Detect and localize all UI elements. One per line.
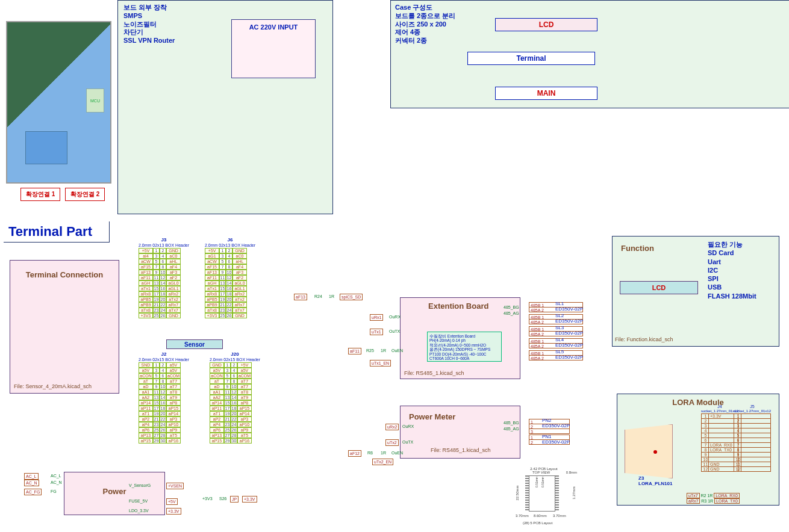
header-j20: J202.0mm 02x15 BOX HeaderGND12+5Va5V34a5… bbox=[210, 351, 260, 444]
header-j6: J62.0mm 02x13 BOX Header+5V12GNDaG134aC0… bbox=[205, 237, 255, 318]
sensor-label: Sensor bbox=[166, 339, 223, 349]
pw-t-5v: +5V bbox=[166, 498, 178, 505]
pm-pn-list: 123PN2ED350V-02P12PN1ED350V-02P bbox=[529, 419, 570, 451]
ext-1r-0: 1R bbox=[328, 294, 335, 299]
pm-ourx: OuRX bbox=[401, 424, 415, 429]
ext-spics: spiCS_SD bbox=[340, 294, 363, 300]
pm-utx2en: uTx2_EN bbox=[372, 459, 393, 465]
pw-free-jp: JP bbox=[230, 496, 239, 503]
ext-sig-af11: aF11 bbox=[348, 348, 361, 354]
extension-connect-2-button[interactable]: 확장연결 2 bbox=[65, 188, 105, 201]
lora-ref: Z3LORA_PLN101 bbox=[638, 475, 672, 486]
pw-out-ldo: LDO_3.3V bbox=[128, 508, 150, 513]
ext-sig-utx1en: uTx1_EN bbox=[370, 360, 391, 367]
pm-485b: 485_BG bbox=[502, 420, 520, 425]
pw-sig-acl: AC_L bbox=[49, 473, 63, 478]
terminal-connection-block[interactable]: Terminal Connection File: Sensor_4_20mA.… bbox=[10, 260, 119, 394]
pw-free-33v: +3.3V bbox=[242, 496, 257, 503]
pm-af12: aF12 bbox=[348, 450, 361, 457]
lora-header-j4: J4socket_1.27mm_01x121+3.3V234567LORA_RX… bbox=[701, 404, 738, 471]
pw-out-fuse: FUSE_5V bbox=[128, 498, 149, 504]
pm-outx: OuTX bbox=[401, 439, 414, 445]
lora-header-j5: J5socket_1.27mm_01x12123456789101112 bbox=[734, 404, 771, 471]
pw-in-acl: AC_L bbox=[24, 473, 39, 480]
ac-input-box: AC 220V INPUT bbox=[231, 19, 316, 78]
lora-bottom-wires: uTx7 R2 1R LORA_RX0aRx7 R3 1R LORA_TX0 bbox=[687, 493, 740, 504]
ext-sig-af13: aF13 bbox=[294, 294, 307, 300]
pm-utx2: uTx2 bbox=[385, 439, 399, 446]
case-main-block: MAIN bbox=[495, 87, 597, 100]
power-meter-block[interactable]: Power Meter File: RS485_1.kicad_sch bbox=[400, 406, 520, 459]
ext-r25: R25 bbox=[365, 348, 375, 353]
pcb-topview: 2.42 PCB Layout TOP VIEW 0.8mm 22.50mm 0… bbox=[511, 467, 577, 532]
case-terminal-block: Terminal bbox=[467, 52, 595, 65]
case-lcd-block: LCD bbox=[495, 18, 597, 31]
pcb-photo: MCU bbox=[6, 21, 111, 184]
pcb-sub-block bbox=[25, 131, 67, 164]
pw-in-acn: AC_N bbox=[24, 480, 39, 486]
ext-outx: OuTX bbox=[388, 329, 401, 334]
pw-in-fg: AC_FG bbox=[24, 489, 42, 495]
extension-connect-1-button[interactable]: 확장연결 1 bbox=[20, 188, 60, 201]
terminal-connection-title: Terminal Connection bbox=[10, 270, 119, 279]
ext-sig-utx1: uTx1 bbox=[370, 329, 383, 335]
pm-r8: R8 bbox=[366, 450, 374, 456]
pw-sig-fg: FG bbox=[49, 489, 58, 494]
pm-1r: 1R bbox=[379, 450, 387, 456]
function-lcd-block[interactable]: LCD bbox=[620, 281, 698, 294]
ext-1r-1: 1R bbox=[379, 348, 387, 353]
header-j2: J22.0mm 02x15 BOX HeaderSND12a5Va5V34a5V… bbox=[139, 351, 189, 444]
mcu-chip: MCU bbox=[86, 88, 104, 113]
extention-board-file: File: RS485_1.kicad_sch bbox=[404, 370, 464, 376]
pw-out-vsen: V_SensorG bbox=[128, 483, 152, 488]
ext-slot-list: 485B 1485A 2SL1ED350V-02P485B 1485A 2SL2… bbox=[529, 302, 583, 362]
board-mount-notes: 보드 외부 장착 SMPS 노이즈필터 차단기 SSL VPN Router bbox=[123, 4, 232, 45]
terminal-part-title: Terminal Part bbox=[4, 221, 110, 243]
ext-r24: R24 bbox=[313, 294, 323, 299]
power-block[interactable]: Power bbox=[64, 472, 165, 515]
header-j3: J32.0mm 02x13 BOX Header+5V12GNDaI434aC0… bbox=[139, 237, 189, 318]
pw-free-3v3: +3V3 bbox=[201, 496, 214, 501]
pm-urx2: uRx2 bbox=[385, 424, 399, 430]
power-title: Power bbox=[64, 487, 164, 496]
pm-ouen: OuEN bbox=[390, 450, 404, 456]
function-panel: Function LCD 필요한 기능 SD Card Uart I2C SPI… bbox=[612, 236, 779, 347]
function-notes: 필요한 기능 SD Card Uart I2C SPI USB FLASH 12… bbox=[708, 240, 756, 300]
pw-t-vsen: +VSEN bbox=[166, 483, 184, 489]
pw-free-s26: S26 bbox=[218, 496, 228, 501]
ext-ourx: OuRX bbox=[388, 314, 402, 320]
extention-board-desc: 수질장비 Extention Board PH(4-20mA) 0-14 ph … bbox=[427, 332, 502, 362]
pm-485a: 485_AG bbox=[502, 426, 520, 431]
power-meter-file: File: RS485_1.kicad_sch bbox=[431, 447, 491, 453]
ext-485b: 485_BG bbox=[502, 305, 520, 310]
lora-chip-shape bbox=[625, 424, 673, 478]
function-file: File: Function.kicad_sch bbox=[615, 336, 673, 342]
pw-sig-acn: AC_N bbox=[49, 480, 63, 485]
ext-sig-urx1: uRx1 bbox=[370, 314, 383, 321]
pw-t-33v: +3.3V bbox=[166, 508, 181, 515]
ext-485a: 485_AG bbox=[502, 311, 520, 316]
terminal-connection-file: File: Sensor_4_20mA.kicad_sch bbox=[14, 383, 92, 389]
ext-ouen: OuEN bbox=[390, 348, 404, 353]
